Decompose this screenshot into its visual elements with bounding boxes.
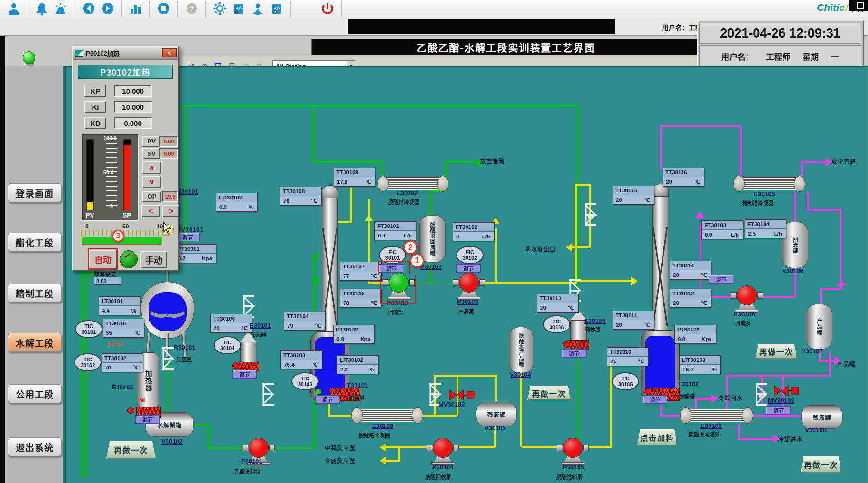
equipment-label-V30105[interactable]: V30105 <box>485 425 506 432</box>
sidebar-item-退出系统[interactable]: 退出系统 <box>8 437 62 456</box>
controller-number: 30105 <box>618 381 633 387</box>
equipment-label-E40103[interactable]: E40103 <box>112 384 133 391</box>
equipment-label-V30104[interactable]: V30104 <box>510 371 531 378</box>
kp-value[interactable]: 10.000 <box>114 85 152 97</box>
equipment-label-V30101[interactable]: V30101 <box>177 188 198 195</box>
freq-set-value[interactable]: 0.00 <box>94 277 121 285</box>
kd-value[interactable]: 0.000 <box>114 117 152 129</box>
equipment-label-P30103[interactable]: P30103 <box>457 298 478 305</box>
ki-value[interactable]: 10.000 <box>114 101 152 113</box>
pump-P30105[interactable] <box>557 437 589 465</box>
manual-mode-button[interactable]: 手动 <box>140 251 167 268</box>
action-button-再做一次[interactable]: 再做一次 <box>756 344 797 359</box>
exchanger-E30106[interactable] <box>680 407 753 424</box>
chart-icon[interactable] <box>126 2 145 16</box>
dialog-title-bar[interactable]: P30102加热 ✕ <box>73 47 178 60</box>
manual-valve[interactable]: M <box>755 383 768 407</box>
sidebar-item-精制工段[interactable]: 精制工段 <box>8 284 62 303</box>
action-button-再做一次[interactable]: 再做一次 <box>106 441 156 459</box>
tank-V30105[interactable]: 残液罐 <box>476 402 517 426</box>
config-icon[interactable] <box>267 2 286 16</box>
regulate-button[interactable]: 调节 <box>709 275 733 284</box>
pump-P30106[interactable] <box>731 285 763 313</box>
increase-button[interactable]: ∧ <box>142 161 161 174</box>
manual-valve[interactable] <box>261 383 275 407</box>
equipment-label-P30101[interactable]: P30101 <box>241 458 262 465</box>
regulate-button[interactable]: 调节 <box>766 406 791 415</box>
regulate-button[interactable]: 调节 <box>315 395 340 404</box>
manual-valve[interactable]: M <box>584 203 597 228</box>
equipment-label-P30104[interactable]: P30104 <box>432 464 454 471</box>
controller-TIC30106[interactable]: TIC30106 <box>543 315 570 333</box>
window-control-box[interactable] <box>849 0 868 11</box>
controller-TIC30104[interactable]: TIC30104 <box>214 336 241 354</box>
help-icon[interactable]: ? <box>182 2 201 16</box>
sidebar-item-公用工段[interactable]: 公用工段 <box>8 384 62 403</box>
equipment-label-V30102[interactable]: V30102 <box>161 438 183 445</box>
tank-V30104[interactable]: 脱酸塔产品罐 <box>509 327 533 373</box>
manual-valve[interactable] <box>161 347 175 372</box>
siren-icon[interactable] <box>51 2 70 16</box>
controller-TIC30102[interactable]: TIC30102 <box>74 353 102 371</box>
user-icon[interactable] <box>4 2 23 16</box>
sidebar-item-登录画面[interactable]: 登录画面 <box>8 183 62 202</box>
locate-icon[interactable] <box>248 2 267 16</box>
equipment-label-T30102[interactable]: T30102 <box>678 380 699 388</box>
equipment-label-E30101[interactable]: E30101 <box>250 322 271 329</box>
tank-V30107[interactable]: 产品罐 <box>806 304 832 350</box>
equipment-label-E30102[interactable]: E30102 <box>397 189 418 197</box>
step-right-button[interactable]: > <box>162 205 179 217</box>
equipment-label-R30101[interactable]: R30101 <box>174 344 196 351</box>
text-label: 冷却回水 <box>718 394 743 402</box>
instrument-tag: PT30101 <box>175 245 216 254</box>
equipment-label-MV30103[interactable]: MV30103 <box>768 397 794 404</box>
action-button-再做一次[interactable]: 再做一次 <box>801 456 841 473</box>
sidebar-item-酯化工段[interactable]: 酯化工段 <box>8 233 62 252</box>
equipment-label-T30101[interactable]: T30101 <box>347 382 368 389</box>
exchanger-E30105[interactable] <box>733 176 805 192</box>
regulate-button[interactable]: 调节 <box>562 349 587 358</box>
mode-knob[interactable] <box>120 250 138 268</box>
exchanger-E30103[interactable] <box>351 407 423 424</box>
power-icon[interactable] <box>318 2 337 16</box>
instrument-unit: ℃ <box>311 198 317 204</box>
motor-valve-MV30103[interactable] <box>774 385 799 398</box>
controller-TIC30101[interactable]: TIC30101 <box>75 320 103 338</box>
controller-FIC30102[interactable]: FIC30102 <box>456 246 484 264</box>
equipment-label-V30107[interactable]: V30107 <box>802 348 823 355</box>
tank-V30108[interactable]: 残液罐 <box>801 405 843 429</box>
controller-TIC30103[interactable]: TIC30103 <box>291 372 319 390</box>
equipment-label-E30106[interactable]: E30106 <box>700 422 722 429</box>
action-button-点击加料[interactable]: 点击加料 <box>637 429 677 445</box>
equipment-label-P30106[interactable]: P30106 <box>734 311 755 318</box>
tank-V30103[interactable]: 脱酸塔回流罐 <box>419 215 446 263</box>
pump-P30103[interactable] <box>453 272 485 300</box>
equipment-label-E30105[interactable]: E30105 <box>754 190 775 198</box>
pipe <box>660 125 741 127</box>
regulate-button[interactable]: 调节 <box>456 264 481 273</box>
equipment-label-V30108[interactable]: V30108 <box>805 426 826 434</box>
equipment-label-E30104[interactable]: E30104 <box>584 317 606 324</box>
equipment-label-E30103[interactable]: E30103 <box>372 422 393 429</box>
network-icon[interactable] <box>210 2 229 16</box>
close-icon[interactable]: ✕ <box>162 48 177 57</box>
regulate-button[interactable]: 调节 <box>643 395 667 404</box>
stop-icon[interactable] <box>154 2 173 16</box>
sidebar-item-水解工段[interactable]: 水解工段 <box>8 333 62 352</box>
action-button-再做一次[interactable]: 再做一次 <box>527 386 571 400</box>
equipment-label-P30105[interactable]: P30105 <box>563 464 584 471</box>
back-icon[interactable] <box>79 2 98 16</box>
regulate-button[interactable]: 调节 <box>135 415 160 424</box>
step-left-button[interactable]: < <box>141 205 160 217</box>
equipment-label-V30106[interactable]: V30106 <box>782 267 803 275</box>
decrease-button[interactable]: ∨ <box>142 176 161 188</box>
equipment-label-MV30102[interactable]: MV30102 <box>439 401 465 408</box>
equipment-label-V30103[interactable]: V30103 <box>420 263 442 270</box>
forward-icon[interactable] <box>98 2 117 16</box>
pump-P30104[interactable] <box>427 437 459 465</box>
regulate-button[interactable]: 调节 <box>232 370 257 379</box>
auto-mode-button[interactable]: 自动 <box>89 250 117 269</box>
report-icon[interactable] <box>229 2 248 16</box>
bell-icon[interactable] <box>32 2 51 16</box>
controller-TIC30105[interactable]: TIC30105 <box>612 372 639 390</box>
